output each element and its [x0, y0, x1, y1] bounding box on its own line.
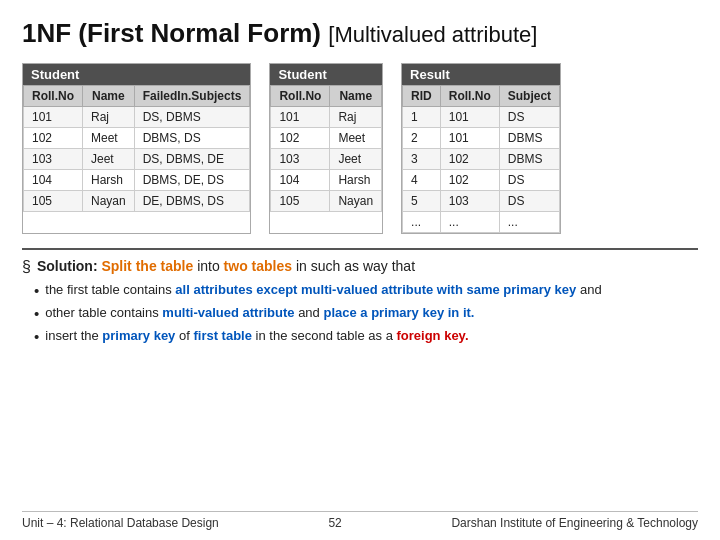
- footer-left: Unit – 4: Relational Database Design: [22, 516, 219, 530]
- table-row: 4102DS: [403, 170, 560, 191]
- table-cell: Raj: [330, 107, 382, 128]
- two-tables-highlight: two tables: [224, 258, 292, 274]
- student-right-header: Student: [270, 64, 382, 85]
- bullet-dot-2: •: [34, 305, 39, 323]
- bullet-dot-3: •: [34, 328, 39, 346]
- table-cell: Jeet: [330, 149, 382, 170]
- col-rollno-right: Roll.No: [271, 86, 330, 107]
- col-rid: RID: [403, 86, 441, 107]
- table-cell: 1: [403, 107, 441, 128]
- section-bullet: §: [22, 258, 31, 276]
- table-row: 104HarshDBMS, DE, DS: [24, 170, 250, 191]
- table-cell: DBMS: [499, 149, 559, 170]
- table-row: 104Harsh: [271, 170, 382, 191]
- solution-intro-line: § Solution: Split the table into two tab…: [22, 258, 698, 276]
- table-cell: 103: [24, 149, 83, 170]
- bullet-3: • insert the primary key of first table …: [22, 328, 698, 346]
- table-cell: DS: [499, 170, 559, 191]
- split-table-highlight: Split the table: [101, 258, 193, 274]
- bullet-3-text: insert the primary key of first table in…: [45, 328, 468, 343]
- tables-section: Student Roll.No Name FailedIn.Subjects 1…: [22, 63, 698, 234]
- table-cell: 3: [403, 149, 441, 170]
- table-cell: Harsh: [83, 170, 135, 191]
- table-cell: 5: [403, 191, 441, 212]
- table-cell: DS, DBMS, DE: [134, 149, 250, 170]
- table-cell: 105: [271, 191, 330, 212]
- col-rollno-result: Roll.No: [440, 86, 499, 107]
- table-cell: 102: [440, 170, 499, 191]
- table-cell: DS, DBMS: [134, 107, 250, 128]
- table-cell: 102: [271, 128, 330, 149]
- result-table: Result RID Roll.No Subject 1101DS2101DBM…: [401, 63, 561, 234]
- bullet-1: • the first table contains all attribute…: [22, 282, 698, 300]
- table-cell: 102: [24, 128, 83, 149]
- col-failed-left: FailedIn.Subjects: [134, 86, 250, 107]
- table-cell: DE, DBMS, DS: [134, 191, 250, 212]
- table-row: 105NayanDE, DBMS, DS: [24, 191, 250, 212]
- table-row: 1101DS: [403, 107, 560, 128]
- table-cell: 103: [271, 149, 330, 170]
- table-cell: 101: [24, 107, 83, 128]
- table-cell: DBMS, DE, DS: [134, 170, 250, 191]
- col-name-right: Name: [330, 86, 382, 107]
- table-row: 103Jeet: [271, 149, 382, 170]
- table-cell: Raj: [83, 107, 135, 128]
- footer-center: 52: [328, 516, 341, 530]
- table-cell: 2: [403, 128, 441, 149]
- table-cell: 102: [440, 149, 499, 170]
- table-cell: 104: [24, 170, 83, 191]
- student-left-header: Student: [23, 64, 250, 85]
- title-main: 1NF (First Normal Form): [22, 18, 321, 48]
- title-bracket: [Multivalued attribute]: [328, 22, 537, 47]
- table-cell: Nayan: [83, 191, 135, 212]
- table-row: 3102DBMS: [403, 149, 560, 170]
- table-cell: DBMS: [499, 128, 559, 149]
- table-row: 102MeetDBMS, DS: [24, 128, 250, 149]
- table-row: 2101DBMS: [403, 128, 560, 149]
- table-cell: 101: [271, 107, 330, 128]
- table-cell: 103: [440, 191, 499, 212]
- table-row: 101RajDS, DBMS: [24, 107, 250, 128]
- bullet-2: • other table contains multi-valued attr…: [22, 305, 698, 323]
- table-cell: Harsh: [330, 170, 382, 191]
- table-row: 103JeetDS, DBMS, DE: [24, 149, 250, 170]
- col-name-left: Name: [83, 86, 135, 107]
- solution-section: § Solution: Split the table into two tab…: [22, 248, 698, 346]
- table-cell: 104: [271, 170, 330, 191]
- table-cell: Nayan: [330, 191, 382, 212]
- table-cell: ...: [440, 212, 499, 233]
- table-cell: Jeet: [83, 149, 135, 170]
- solution-label: Solution:: [37, 258, 102, 274]
- table-cell: 4: [403, 170, 441, 191]
- footer: Unit – 4: Relational Database Design 52 …: [22, 511, 698, 530]
- student-table-right: Student Roll.No Name 101Raj102Meet103Jee…: [269, 63, 383, 234]
- table-cell: 105: [24, 191, 83, 212]
- col-rollno-left: Roll.No: [24, 86, 83, 107]
- table-cell: 101: [440, 107, 499, 128]
- table-cell: ...: [499, 212, 559, 233]
- table-row: .........: [403, 212, 560, 233]
- table-cell: ...: [403, 212, 441, 233]
- table-cell: Meet: [83, 128, 135, 149]
- student-table-left: Student Roll.No Name FailedIn.Subjects 1…: [22, 63, 251, 234]
- page-title: 1NF (First Normal Form) [Multivalued att…: [22, 18, 698, 49]
- footer-right: Darshan Institute of Engineering & Techn…: [451, 516, 698, 530]
- col-subject: Subject: [499, 86, 559, 107]
- table-row: 102Meet: [271, 128, 382, 149]
- bullet-1-text: the first table contains all attributes …: [45, 282, 601, 297]
- table-cell: DBMS, DS: [134, 128, 250, 149]
- bullet-2-text: other table contains multi-valued attrib…: [45, 305, 474, 320]
- bullet-dot-1: •: [34, 282, 39, 300]
- table-cell: DS: [499, 107, 559, 128]
- result-header: Result: [402, 64, 560, 85]
- table-cell: DS: [499, 191, 559, 212]
- such-text: in such as way that: [292, 258, 415, 274]
- table-row: 5103DS: [403, 191, 560, 212]
- table-row: 105Nayan: [271, 191, 382, 212]
- table-row: 101Raj: [271, 107, 382, 128]
- table-cell: 101: [440, 128, 499, 149]
- table-cell: Meet: [330, 128, 382, 149]
- into-text: into: [193, 258, 223, 274]
